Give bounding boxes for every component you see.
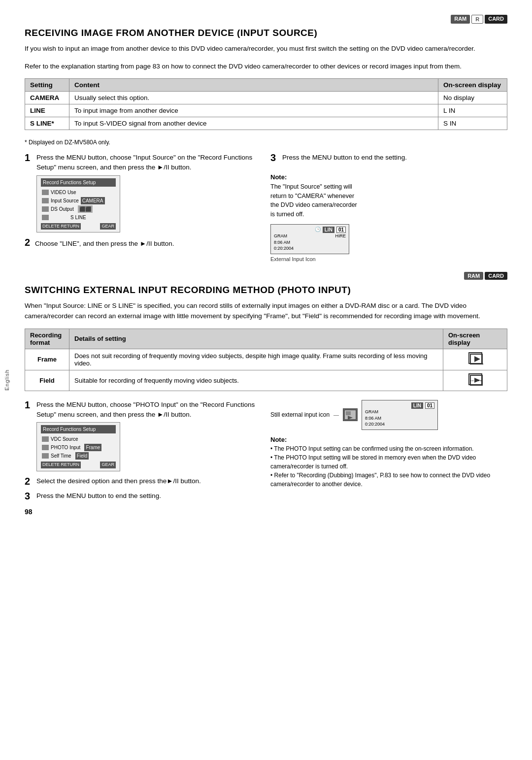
vf2-row2: 8:06 AM [365, 415, 434, 422]
note-line4: is turned off. [270, 210, 507, 219]
section2-step2-num: 2 [25, 476, 33, 486]
table1-header-display: On-screen display [438, 79, 507, 92]
section2-steps: 1 Press the MENU button, choose "PHOTO I… [25, 400, 507, 506]
menu1-row2-value: CAMERA [81, 197, 105, 204]
section2-note-line2: • The PHOTO Input setting will be stored… [270, 453, 507, 471]
menu2-icon3 [42, 453, 49, 459]
section2-step1-text: Press the MENU button, choose "PHOTO Inp… [36, 401, 255, 418]
still-icon-label: Still external input icon [270, 411, 330, 418]
table1-header-content: Content [69, 79, 438, 92]
section2-note-line1: • The PHOTO Input setting can be confirm… [270, 444, 507, 453]
menu2-footer: DELETE RETURN GEAR [41, 462, 116, 468]
svg-rect-7 [346, 411, 351, 415]
menu1-row3-value: ⬛⬛ [78, 205, 93, 213]
step2-text: Choose "LINE", and then press the ►/II b… [35, 240, 174, 247]
section1-title: RECEIVING IMAGE FROM ANOTHER DEVICE (INP… [25, 28, 507, 38]
note-title: Note: [270, 172, 507, 182]
row1-display: No display [438, 92, 507, 104]
vf2-rows: GRAM 8:06 AM 0:20:2004 [365, 409, 434, 428]
section2-note-line3: • Refer to "Recording (Dubbing) Images",… [270, 471, 507, 489]
menu2-mockup: Record Functions Setup VDC Source PHOTO … [36, 422, 120, 471]
step3-text: Press the MENU button to end the setting… [282, 153, 507, 163]
vf-rows: GRAM HIRE 8:06 AM 0:20:2004 [274, 233, 346, 252]
side-label: English [4, 369, 10, 391]
table-row: Field Suitable for recording of frequent… [25, 370, 507, 391]
menu1-row2: Input Source CAMERA [41, 197, 116, 205]
section1-table: Setting Content On-screen display CAMERA… [25, 78, 507, 130]
menu1-mockup: Record Functions Setup VIDEO Use Input S… [36, 175, 120, 233]
row2-setting: LINE [25, 104, 69, 117]
table-row: Frame Does not suit recording of frequen… [25, 349, 507, 370]
vf2-row1: GRAM [365, 409, 378, 415]
menu1-icon4 [42, 215, 49, 220]
section1-note: Note: The "Input Source" setting will re… [270, 172, 507, 219]
vf-indicator2: 01 [336, 227, 346, 233]
step1-text: Press the MENU button, choose "Input Sou… [36, 154, 252, 171]
section2-title: SWITCHING EXTERNAL INPUT RECORDING METHO… [25, 285, 507, 296]
vf-gram-label: GRAM [274, 233, 287, 239]
menu1-title: Record Functions Setup [41, 178, 116, 187]
page-number: 98 [25, 508, 33, 516]
rec-header-format: Recording format [25, 329, 69, 349]
vf-row3: 0:20:2004 [274, 245, 346, 252]
section1-body2: Refer to the explanation starting from p… [25, 61, 507, 72]
section2-badge-row: RAM CARD [25, 272, 507, 280]
section2-step2-text: Select the desired option and then press… [36, 476, 262, 486]
badge-ram: RAM [451, 15, 470, 24]
rec-row2-icon [443, 370, 507, 391]
menu1-footer: DELETE RETURN GEAR [41, 223, 116, 230]
vf2-top-indicator: 01 [425, 402, 434, 409]
vf-row1: GRAM HIRE [274, 233, 346, 239]
note-line1: The "Input Source" setting will [270, 182, 507, 192]
section2-body: When "Input Source: LINE or S LINE" is s… [25, 300, 507, 322]
section2-step3-text: Press the MENU button to end the setting… [36, 491, 262, 501]
menu2-icon1 [42, 436, 49, 442]
menu2-row2-value: Frame [84, 444, 101, 451]
note-line3: the DVD video camera/recorder [270, 200, 507, 210]
section2-notes: Note: • The PHOTO Input setting can be c… [270, 435, 507, 506]
vf2-row3: 0:20:2004 [365, 421, 434, 428]
vf-clock-icon: 🕒 [315, 227, 321, 233]
section2-steps-left: 1 Press the MENU button, choose "PHOTO I… [25, 400, 262, 506]
rec-row2-format: Field [25, 370, 69, 391]
svg-marker-4 [474, 378, 480, 383]
rec-header-details: Details of setting [69, 329, 443, 349]
badge-r: R [471, 15, 483, 24]
badge-card: CARD [485, 15, 507, 24]
vf-screen: 🕒 LIN 01 GRAM HIRE 8:06 AM 0:20:2004 [270, 224, 349, 254]
section2-table: Recording format Details of setting On-s… [25, 329, 507, 391]
menu1-row1: VIDEO Use [41, 188, 116, 197]
note-line2: return to "CAMERA" whenever [270, 192, 507, 201]
step3: 3 Press the MENU button to end the setti… [270, 153, 507, 163]
badge2-card: CARD [485, 272, 507, 280]
menu1-row4: S LINE [41, 213, 116, 222]
section2-step1: 1 Press the MENU button, choose "PHOTO I… [25, 400, 262, 471]
frame-icon [468, 352, 482, 364]
section1-steps: 1 Press the MENU button, choose "Input S… [25, 153, 507, 262]
table-row: S LINE* To input S-VIDEO signal from ano… [25, 117, 507, 130]
steps-right: 3 Press the MENU button to end the setti… [270, 153, 507, 262]
vf-label: External Input Icon [270, 256, 316, 262]
row3-content: To input S-VIDEO signal from another dev… [69, 117, 438, 130]
menu2-icon2 [42, 445, 49, 450]
row1-content: Usually select this option. [69, 92, 438, 104]
menu2-title: Record Functions Setup [41, 425, 116, 433]
steps-left: 1 Press the MENU button, choose "Input S… [25, 153, 262, 254]
svg-marker-1 [474, 356, 480, 362]
vf-hire-label: HIRE [335, 233, 346, 239]
vf2-lin: LIN [411, 402, 423, 409]
step1-num: 1 [25, 153, 33, 232]
section2-step2: 2 Select the desired option and then pre… [25, 476, 262, 486]
menu1-row3: DS Output ⬛⬛ [41, 205, 116, 213]
section2-separator: RAM CARD [25, 272, 507, 280]
still-icon-box [343, 408, 358, 421]
menu2-delete: DELETE RETURN [41, 462, 81, 468]
section1-viewfinder: 🕒 LIN 01 GRAM HIRE 8:06 AM 0:20:2004 Ext… [270, 224, 507, 262]
menu1-icon2 [42, 198, 49, 203]
row3-setting: S LINE* [25, 117, 69, 130]
row3-display: S IN [438, 117, 507, 130]
menu1-gear: GEAR [100, 223, 116, 230]
vf-row2: 8:06 AM [274, 239, 346, 246]
table1-header-setting: Setting [25, 79, 69, 92]
menu1-icon1 [42, 190, 49, 195]
